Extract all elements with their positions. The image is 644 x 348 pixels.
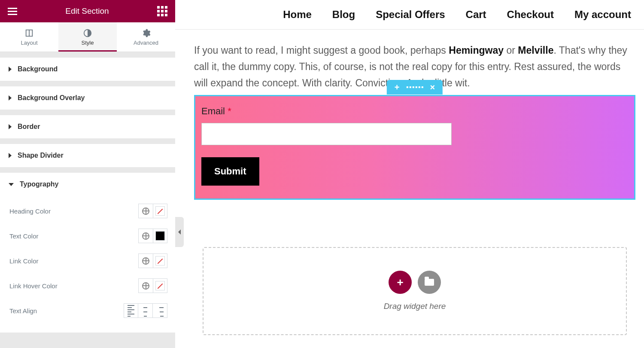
align-center-icon <box>142 305 149 317</box>
section-label: Border <box>18 123 40 131</box>
nav-special-offers[interactable]: Special Offers <box>376 9 445 21</box>
link-hover-color-control <box>138 278 167 293</box>
align-center-button[interactable] <box>138 303 153 318</box>
panel-title: Edit Section <box>17 6 157 16</box>
row-text-color: Text Color <box>9 223 167 248</box>
email-input[interactable] <box>201 123 452 145</box>
color-swatch-none <box>155 206 165 216</box>
panel-header: Edit Section <box>0 0 175 22</box>
color-picker-button[interactable] <box>153 253 167 268</box>
required-mark: * <box>228 106 231 116</box>
preview-area: Home Blog Special Offers Cart Checkout M… <box>175 0 644 348</box>
globe-icon <box>142 232 149 240</box>
empty-section-dropzone[interactable]: + Drag widget here <box>203 247 627 335</box>
section-header-bg-overlay[interactable]: Background Overlay <box>0 86 175 110</box>
gear-icon <box>141 28 151 38</box>
row-label: Heading Color <box>9 208 51 215</box>
selected-section[interactable]: + × Email * Submit <box>194 95 635 200</box>
row-link-color: Link Color <box>9 248 167 273</box>
hamburger-icon[interactable] <box>8 8 17 15</box>
row-label: Link Color <box>9 257 39 265</box>
color-picker-button[interactable] <box>153 278 167 293</box>
text-color-control <box>138 229 167 243</box>
para-strong: Hemingway <box>449 45 504 56</box>
dropzone-hint: Drag widget here <box>384 302 446 311</box>
dropzone-buttons: + <box>389 271 441 294</box>
section-label: Background Overlay <box>18 94 85 102</box>
email-label-text: Email <box>201 106 228 116</box>
para-part: or <box>504 45 518 56</box>
panel-tabs: Layout Style Advanced <box>0 22 175 52</box>
tab-style[interactable]: Style <box>58 22 117 52</box>
panel-collapse-handle[interactable] <box>175 217 184 247</box>
heading-color-control <box>138 204 167 218</box>
section-typography: Typography Heading Color Text Color <box>0 172 175 333</box>
form-section: Email * Submit <box>195 96 634 198</box>
caret-right-icon <box>9 67 12 72</box>
link-color-control <box>138 253 167 268</box>
para-strong: Melville <box>518 45 553 56</box>
nav-blog[interactable]: Blog <box>332 9 355 21</box>
drag-handle-icon[interactable] <box>407 86 423 88</box>
global-color-button[interactable] <box>138 278 153 293</box>
site-nav: Home Blog Special Offers Cart Checkout M… <box>175 0 644 30</box>
globe-icon <box>142 282 149 290</box>
caret-right-icon <box>9 153 12 158</box>
tab-advanced[interactable]: Advanced <box>117 22 175 52</box>
globe-icon <box>142 208 149 215</box>
layout-icon <box>24 28 34 38</box>
widgets-icon[interactable] <box>157 6 167 16</box>
nav-my-account[interactable]: My account <box>574 9 631 21</box>
global-color-button[interactable] <box>138 253 153 268</box>
submit-button[interactable]: Submit <box>201 157 259 186</box>
section-handle: + × <box>387 80 443 95</box>
typography-body: Heading Color Text Color Link Color <box>0 196 175 333</box>
editor-panel: Edit Section Layout Style Advanced Backg… <box>0 0 175 348</box>
row-label: Text Align <box>9 307 37 314</box>
section-shape-divider: Shape Divider <box>0 143 175 167</box>
align-left-button[interactable] <box>124 303 138 318</box>
template-library-button[interactable] <box>418 271 441 294</box>
chevron-left-icon <box>178 229 181 235</box>
nav-home[interactable]: Home <box>283 9 312 21</box>
color-swatch-none <box>155 281 165 290</box>
add-widget-button[interactable]: + <box>389 271 412 294</box>
section-background-overlay: Background Overlay <box>0 86 175 110</box>
nav-checkout[interactable]: Checkout <box>507 9 554 21</box>
section-border: Border <box>0 115 175 138</box>
section-header-border[interactable]: Border <box>0 115 175 138</box>
global-color-button[interactable] <box>138 204 153 218</box>
row-heading-color: Heading Color <box>9 198 167 223</box>
tab-layout-label: Layout <box>21 40 37 46</box>
nav-cart[interactable]: Cart <box>466 9 486 21</box>
align-right-button[interactable] <box>153 303 167 318</box>
section-header-typography[interactable]: Typography <box>0 173 175 196</box>
section-header-shape-divider[interactable]: Shape Divider <box>0 144 175 167</box>
preview-inner: If you want to read, I might suggest a g… <box>175 30 644 348</box>
color-swatch-black <box>155 231 165 241</box>
section-label: Shape Divider <box>18 152 64 159</box>
global-color-button[interactable] <box>138 229 153 243</box>
email-label: Email * <box>201 106 231 116</box>
caret-right-icon <box>9 95 12 101</box>
folder-icon <box>425 279 434 286</box>
section-label: Background <box>18 65 58 73</box>
color-picker-button[interactable] <box>153 229 167 243</box>
section-background: Background <box>0 57 175 81</box>
align-left-icon <box>128 305 134 317</box>
section-header-background[interactable]: Background <box>0 58 175 81</box>
controls-scroll[interactable]: Background Background Overlay Border Sha… <box>0 52 175 348</box>
row-link-hover-color: Link Hover Color <box>9 273 167 298</box>
caret-down-icon <box>9 183 14 186</box>
row-label: Link Hover Color <box>9 282 58 290</box>
add-section-icon[interactable]: + <box>395 83 400 92</box>
tab-style-label: Style <box>82 40 94 46</box>
color-picker-button[interactable] <box>153 204 167 218</box>
para-part: If you want to read, I might suggest a g… <box>194 45 449 56</box>
row-label: Text Color <box>9 232 39 240</box>
tab-layout[interactable]: Layout <box>0 22 58 52</box>
globe-icon <box>142 257 149 265</box>
style-icon <box>83 28 92 38</box>
align-right-icon <box>157 305 164 317</box>
delete-section-icon[interactable]: × <box>430 83 435 92</box>
